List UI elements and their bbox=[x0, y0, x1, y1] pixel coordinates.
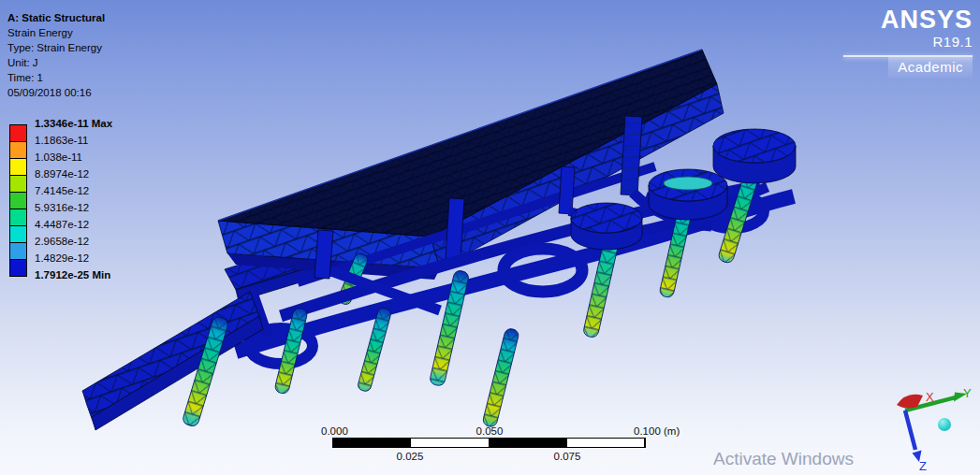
bench-lower bbox=[82, 292, 263, 430]
triad-y-label: Y bbox=[963, 386, 972, 400]
colorbar-band bbox=[10, 192, 26, 209]
stool bbox=[713, 129, 796, 183]
ansys-brand-text: ANSYS bbox=[843, 7, 973, 32]
activate-windows-watermark: Activate Windows Go to Settings to activ… bbox=[713, 449, 905, 475]
legend-value: 8.8974e-12 bbox=[35, 168, 89, 180]
scale-segment bbox=[410, 439, 489, 447]
result-timestamp: 05/09/2018 00:16 bbox=[7, 85, 105, 100]
scale-label-25: 0.025 bbox=[397, 451, 424, 462]
legend-value: 1.1863e-11 bbox=[35, 135, 88, 146]
result-info-block: A: Static Structural Strain Energy Type:… bbox=[7, 10, 105, 100]
analysis-title: A: Static Structural bbox=[7, 10, 105, 25]
triad-x-label: X bbox=[926, 390, 934, 404]
stool bbox=[571, 203, 642, 250]
legend-value: 2.9658e-12 bbox=[35, 236, 89, 247]
graphics-viewport[interactable]: A: Static Structural Strain Energy Type:… bbox=[0, 0, 980, 475]
colorbar-band bbox=[10, 225, 26, 242]
scale-segment bbox=[490, 439, 566, 447]
legend-value: 7.4145e-12 bbox=[35, 185, 89, 196]
colorbar-band bbox=[10, 242, 26, 259]
model-leg bbox=[482, 327, 519, 427]
legend-value: 1.4829e-12 bbox=[35, 252, 89, 264]
triad-z-axis[interactable] bbox=[905, 410, 922, 462]
colorbar-band bbox=[10, 259, 26, 276]
watermark-line1: Activate Windows bbox=[713, 449, 905, 469]
scale-segment bbox=[566, 439, 645, 447]
colorbar-band bbox=[10, 125, 26, 141]
scale-label-0: 0.000 bbox=[321, 425, 348, 437]
legend-value: 1.038e-11 bbox=[35, 151, 82, 163]
colorbar-band bbox=[10, 175, 26, 192]
legend-min-value: 1.7912e-25 Min bbox=[35, 269, 110, 281]
scale-label-50: 0.050 bbox=[476, 425, 504, 437]
stool bbox=[649, 169, 727, 220]
result-unit: Unit: J bbox=[7, 55, 105, 70]
scale-label-100: 0.100 (m) bbox=[634, 425, 680, 437]
legend-value: 5.9316e-12 bbox=[35, 202, 89, 213]
contour-colorbar bbox=[9, 124, 27, 277]
colorbar-band bbox=[10, 141, 26, 158]
scale-label-75: 0.075 bbox=[554, 451, 581, 462]
colorbar-band bbox=[10, 158, 26, 175]
model-leg bbox=[274, 307, 309, 395]
colorbar-band bbox=[10, 209, 26, 225]
legend-value: 4.4487e-12 bbox=[35, 219, 89, 230]
result-name: Strain Energy bbox=[7, 25, 105, 40]
scale-segment bbox=[333, 439, 410, 447]
model-canvas[interactable] bbox=[0, 0, 980, 475]
ansys-release-text: R19.1 bbox=[843, 34, 973, 50]
result-time: Time: 1 bbox=[7, 70, 105, 85]
ansys-logo: ANSYS R19.1 Academic bbox=[843, 7, 973, 78]
result-type: Type: Strain Energy bbox=[7, 40, 105, 55]
triad-iso-ball[interactable] bbox=[938, 418, 951, 431]
triad-z-label: Z bbox=[919, 459, 927, 473]
ansys-edition-text: Academic bbox=[888, 57, 973, 78]
scale-ruler-bar bbox=[332, 438, 646, 448]
legend-max-value: 1.3346e-11 Max bbox=[35, 118, 112, 129]
